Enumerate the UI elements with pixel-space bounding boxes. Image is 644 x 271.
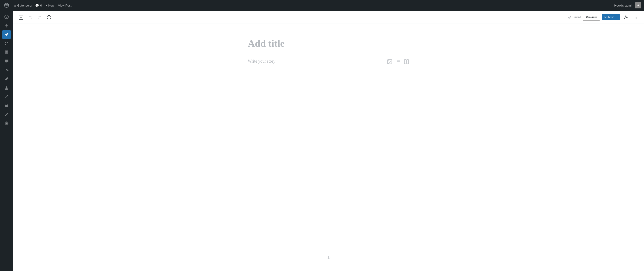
editor-toolbar: Saved Preview Publish... (13, 11, 322, 24)
add-block-button[interactable] (17, 13, 25, 22)
comments-bubble-icon: 💬 (35, 4, 39, 7)
svg-marker-2 (5, 24, 8, 28)
content-field[interactable]: Write your story (248, 58, 322, 64)
new-label: + New (46, 4, 54, 7)
svg-rect-9 (6, 53, 7, 53)
svg-rect-5 (5, 44, 6, 45)
svg-point-12 (6, 86, 8, 88)
sidebar-tools-icon[interactable] (2, 39, 11, 48)
content-area: Write your story (248, 58, 322, 66)
svg-text:W: W (5, 4, 8, 7)
sidebar-lightning-icon[interactable] (2, 22, 11, 30)
svg-rect-3 (5, 42, 6, 43)
sidebar-wrench-icon[interactable] (2, 93, 11, 101)
sidebar (0, 11, 13, 136)
sidebar-pin-icon[interactable] (2, 30, 11, 39)
editor-content: Add title Write your story (242, 24, 322, 89)
editor-area[interactable]: Add title Write your story (13, 24, 322, 136)
sidebar-hammer-icon[interactable] (2, 66, 11, 74)
admin-bar-site[interactable]: ⌂ Gutenberg (14, 4, 32, 7)
info-button[interactable] (45, 13, 53, 22)
title-field[interactable]: Add title (248, 38, 322, 49)
svg-rect-4 (7, 42, 8, 43)
svg-marker-21 (40, 16, 41, 17)
svg-rect-14 (7, 104, 8, 105)
svg-point-24 (49, 16, 49, 17)
sidebar-play-icon[interactable] (2, 119, 11, 128)
sidebar-user-icon[interactable] (2, 84, 11, 92)
admin-bar-viewpost[interactable]: View Post (58, 4, 72, 7)
home-icon: ⌂ (14, 4, 16, 7)
undo-button[interactable] (26, 13, 34, 22)
svg-marker-20 (29, 16, 30, 17)
sidebar-plugin-icon[interactable] (2, 101, 11, 110)
view-post-label: View Post (58, 4, 72, 7)
sidebar-edit-icon[interactable] (2, 110, 11, 119)
svg-rect-7 (6, 51, 8, 52)
svg-rect-6 (5, 51, 8, 54)
comments-count: 0 (40, 4, 42, 7)
svg-rect-13 (6, 104, 6, 105)
svg-rect-8 (6, 52, 8, 52)
admin-bar-new[interactable]: + New (46, 4, 54, 7)
sidebar-comments-icon[interactable] (2, 57, 11, 65)
redo-button[interactable] (36, 13, 44, 22)
sidebar-marker-icon[interactable] (2, 75, 11, 83)
site-name: Gutenberg (17, 4, 32, 7)
sidebar-pages-icon[interactable] (2, 48, 11, 57)
toolbar-left (17, 13, 53, 22)
sidebar-dashboard-icon[interactable] (2, 13, 11, 21)
admin-bar-comments[interactable]: 💬 0 (35, 4, 42, 7)
admin-bar: W ⌂ Gutenberg 💬 0 + New View Post Howdy,… (0, 0, 322, 11)
wp-logo[interactable]: W (3, 2, 10, 9)
